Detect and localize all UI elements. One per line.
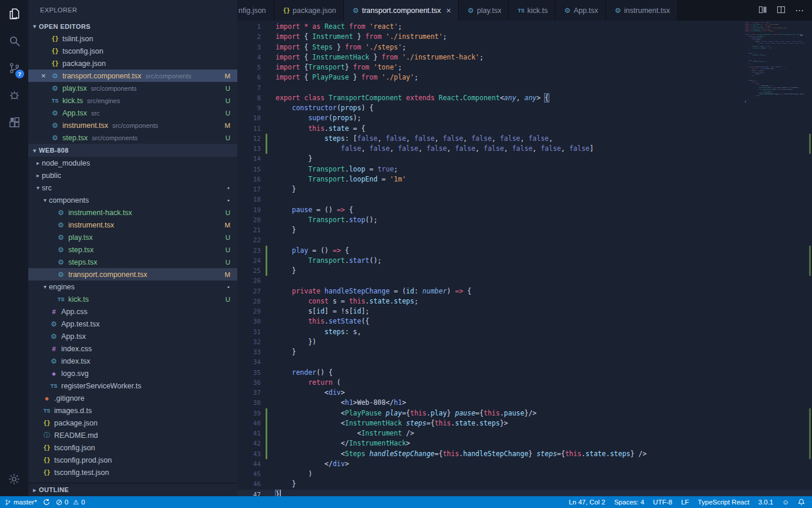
eol-setting[interactable]: LF (681, 499, 689, 506)
open-editor-item-app-tsx[interactable]: ⚙App.tsxsrcU (28, 107, 237, 119)
open-editor-item-tsconfig-json[interactable]: {}tsconfig.json (28, 45, 237, 57)
activity-extensions[interactable] (0, 108, 28, 136)
open-editor-item-transport-component-tsx[interactable]: ×⚙transport.component.tsxsrc/componentsM (28, 70, 237, 82)
minimap[interactable]: import * as React from 'react';import { … (745, 22, 805, 103)
sync-button[interactable] (43, 499, 50, 506)
indentation-setting[interactable]: Spaces: 4 (614, 499, 644, 506)
css-file-icon: # (49, 345, 59, 352)
code-text: } (267, 347, 296, 357)
feedback-smiley[interactable]: ☺ (782, 499, 789, 506)
file-name: tsconfig.prod.json (54, 456, 112, 464)
tab-transport-component-tsx[interactable]: ⚙transport.component.tsx× (344, 0, 459, 21)
tree-item-readme-md[interactable]: ⓘREADME.md (28, 429, 237, 441)
tab-package-json[interactable]: {}package.json (274, 0, 344, 21)
folder-item-components[interactable]: ▾components● (28, 194, 237, 206)
git-branch-indicator[interactable]: master* (5, 499, 37, 506)
tree-item-logo-svg[interactable]: ◆logo.svg (28, 367, 237, 380)
react-file-icon: ⚙ (50, 121, 60, 130)
tree-item-registerserviceworker-ts[interactable]: TSregisterServiceWorker.ts (28, 380, 237, 392)
search-icon (8, 34, 21, 48)
folder-item-node-modules[interactable]: ▸node_modules (28, 157, 237, 169)
cursor-position[interactable]: Ln 47, Col 2 (569, 499, 605, 506)
tab-kick-ts[interactable]: TSkick.ts (509, 0, 555, 21)
tab-instrument-tsx[interactable]: ⚙instrument.tsx (606, 0, 678, 21)
overview-ruler[interactable] (806, 21, 812, 496)
tree-item-transport-component-tsx[interactable]: ⚙transport.component.tsxM (28, 268, 237, 281)
react-file-icon: ⚙ (56, 233, 66, 242)
code-line: 5import {Transport} from 'tone'; (237, 62, 812, 72)
tree-item-images-d-ts[interactable]: TSimages.d.ts (28, 404, 237, 417)
tree-item-index-tsx[interactable]: ⚙index.tsx (28, 355, 237, 367)
line-number: 16 (237, 174, 263, 184)
close-icon[interactable]: × (446, 6, 451, 15)
workspace-label: WEB-808 (39, 147, 68, 154)
open-editor-item-play-tsx[interactable]: ⚙play.tsxsrc/componentsU (28, 82, 237, 94)
overview-change-mark (809, 408, 811, 459)
tree-item-app-tsx[interactable]: ⚙App.tsx (28, 330, 237, 342)
tab-play-tsx[interactable]: ⚙play.tsx (459, 0, 509, 21)
tree-item-app-test-tsx[interactable]: ⚙App.test.tsx (28, 318, 237, 330)
tab-label: App.tsx (574, 6, 598, 15)
open-editor-item-instrument-tsx[interactable]: ⚙instrument.tsxsrc/componentsM (28, 119, 237, 131)
tree-item-kick-ts[interactable]: TSkick.tsU (28, 293, 237, 305)
folder-item-public[interactable]: ▸public (28, 169, 237, 182)
outline-header[interactable]: ▸ OUTLINE (28, 483, 237, 496)
code-line: 22 (237, 235, 812, 245)
open-editor-item-tslint-json[interactable]: {}tslint.json (28, 32, 237, 45)
code-line: 15 Transport.loop = true; (237, 164, 812, 174)
react-file-icon: ⚙ (56, 246, 66, 254)
git-status-badge: U (226, 134, 230, 141)
tree-item-play-tsx[interactable]: ⚙play.tsxU (28, 231, 237, 243)
code-line: 34 (237, 357, 812, 367)
action-split-editor[interactable] (758, 5, 767, 16)
tree-item-instrument-hack-tsx[interactable]: ⚙instrument-hack.tsxU (28, 206, 237, 219)
tree-item-instrument-tsx[interactable]: ⚙instrument.tsxM (28, 219, 237, 231)
activity-source-control[interactable]: 7 (0, 54, 28, 81)
code-line: 3import { Steps } from './steps'; (237, 42, 812, 52)
activity-manage[interactable] (0, 466, 28, 493)
tree-item-tsconfig-test-json[interactable]: {}tsconfig.test.json (28, 466, 237, 479)
notifications-bell[interactable] (798, 499, 805, 506)
code-text: import { Instrument } from './instrument… (267, 32, 447, 42)
open-editor-item-package-json[interactable]: {}package.json (28, 57, 237, 70)
code-line: 38 <h1>Web-808</h1> (237, 398, 812, 408)
tree-item-index-css[interactable]: #index.css (28, 342, 237, 355)
tab-actions: ⋯ (750, 0, 812, 21)
tree-item-steps-tsx[interactable]: ⚙steps.tsxU (28, 256, 237, 268)
tree-item-gitignore[interactable]: ◆.gitignore (28, 392, 237, 404)
code-line: 7 (237, 83, 812, 93)
line-number: 4 (237, 52, 263, 62)
tab-nfig-json[interactable]: nfig.json (237, 0, 274, 21)
language-mode[interactable]: TypeScript React (698, 499, 750, 506)
tree-item-app-css[interactable]: #App.css (28, 305, 237, 318)
code-line: 14 } (237, 154, 812, 164)
tree-item-package-json[interactable]: {}package.json (28, 417, 237, 429)
code-line: 17 } (237, 184, 812, 194)
tree-item-step-tsx[interactable]: ⚙step.tsxU (28, 243, 237, 256)
error-count: 0 (65, 499, 68, 506)
action-more-actions[interactable]: ⋯ (795, 5, 804, 16)
editor[interactable]: 1import * as React from 'react';2import … (237, 21, 812, 496)
activity-debug[interactable] (0, 81, 28, 108)
open-editor-item-kick-ts[interactable]: TSkick.tssrc/enginesU (28, 94, 237, 107)
tree-item-tsconfig-json[interactable]: {}tsconfig.json (28, 441, 237, 454)
action-toggle-layout[interactable] (777, 5, 786, 16)
code-line: 10 super(props); (237, 113, 812, 123)
tab-app-tsx[interactable]: ⚙App.tsx (555, 0, 606, 21)
extension-version[interactable]: 3.0.1 (758, 499, 774, 506)
problems-indicator[interactable]: 0 ⚠ 0 (56, 499, 85, 506)
folder-item-engines[interactable]: ▾engines● (28, 281, 237, 293)
close-icon[interactable]: × (41, 71, 50, 80)
status-bar: master* 0 ⚠ 0 Ln 47, Col 2 Spaces: 4 UTF… (0, 496, 812, 508)
code-text: }) (267, 337, 316, 347)
open-editor-item-step-tsx[interactable]: ⚙step.tsxsrc/componentsU (28, 131, 237, 144)
activity-search[interactable] (0, 27, 28, 54)
encoding-setting[interactable]: UTF-8 (653, 499, 672, 506)
workspace-header[interactable]: ▾ WEB-808 (28, 144, 237, 157)
folder-item-src[interactable]: ▾src● (28, 182, 237, 194)
code-text: <PlayPause play={this.play} pause={this.… (267, 408, 536, 418)
open-editors-header[interactable]: ▾ OPEN EDITORS (28, 20, 237, 32)
activity-explorer[interactable] (0, 0, 28, 27)
tree-item-tsconfig-prod-json[interactable]: {}tsconfig.prod.json (28, 454, 237, 466)
git-status-badge: U (226, 234, 230, 241)
